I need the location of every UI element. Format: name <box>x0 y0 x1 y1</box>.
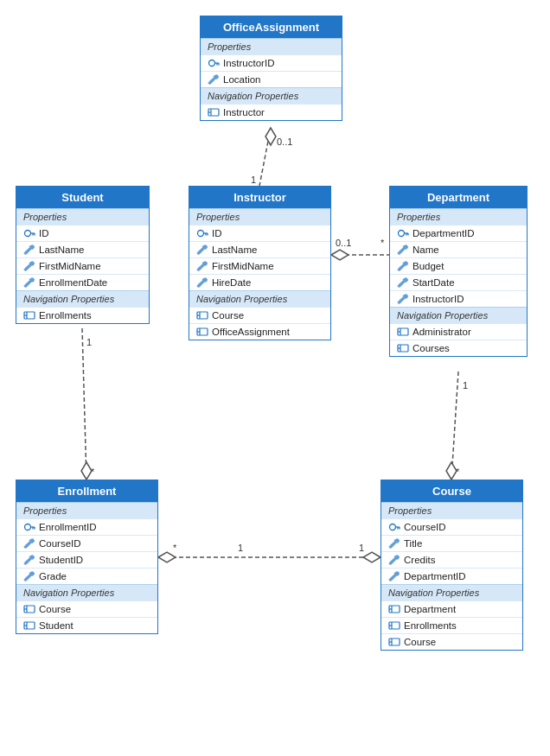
row-text: FirstMidName <box>39 261 101 271</box>
entity-title-instructor: Instructor <box>189 187 330 208</box>
table-row: Course <box>381 633 522 650</box>
table-row: OfficeAssignment <box>189 323 330 340</box>
section-label-student: Navigation Properties <box>16 290 149 307</box>
entity-officeAssignment: OfficeAssignmentProperties InstructorID … <box>200 16 342 121</box>
entity-department: DepartmentProperties DepartmentID Name B… <box>389 186 528 357</box>
section-label-instructor: Navigation Properties <box>189 290 330 307</box>
row-text: Administrator <box>412 327 471 337</box>
svg-text:*: * <box>456 467 460 477</box>
svg-text:1: 1 <box>86 337 92 347</box>
row-text: Instructor <box>223 107 265 118</box>
svg-marker-18 <box>363 552 381 562</box>
row-text: Student <box>39 620 74 631</box>
entity-title-student: Student <box>16 187 149 208</box>
wrench-icon <box>397 276 409 289</box>
nav-icon <box>388 619 400 632</box>
table-row: Administrator <box>390 323 527 340</box>
svg-text:1: 1 <box>359 543 364 553</box>
table-row: Instructor <box>201 104 342 120</box>
row-text: Enrollments <box>39 310 92 321</box>
nav-icon <box>388 636 400 648</box>
entity-instructor: InstructorProperties ID LastName FirstMi… <box>189 186 331 340</box>
key-icon <box>397 227 409 239</box>
table-row: Name <box>390 241 527 257</box>
wrench-icon <box>23 244 35 256</box>
row-text: Department <box>404 604 456 614</box>
table-row: Grade <box>16 568 157 584</box>
svg-point-36 <box>198 231 204 237</box>
table-row: Credits <box>381 551 522 568</box>
row-text: Enrollments <box>404 620 457 631</box>
section-label-course: Properties <box>381 502 522 518</box>
wrench-icon <box>23 276 35 289</box>
section-label-instructor: Properties <box>189 208 330 225</box>
svg-text:0..1: 0..1 <box>277 137 292 147</box>
key-icon <box>23 227 35 239</box>
svg-line-8 <box>82 328 86 480</box>
table-row: FirstMidName <box>189 257 330 274</box>
key-icon <box>388 521 400 533</box>
wrench-icon <box>208 73 220 86</box>
svg-text:1: 1 <box>251 175 256 185</box>
row-text: CourseID <box>404 522 446 532</box>
entity-title-department: Department <box>390 187 527 208</box>
row-text: StartDate <box>412 277 455 288</box>
table-row: Location <box>201 71 342 87</box>
table-row: CourseID <box>16 535 157 551</box>
section-label-enrollment: Properties <box>16 502 157 518</box>
row-text: LastName <box>39 245 84 255</box>
row-text: InstructorID <box>223 58 274 68</box>
section-label-department: Properties <box>390 208 527 225</box>
table-row: EnrollmentID <box>16 518 157 535</box>
svg-text:1: 1 <box>238 543 243 553</box>
nav-icon <box>23 309 35 321</box>
svg-marker-5 <box>331 250 349 260</box>
wrench-icon <box>23 554 35 566</box>
wrench-icon <box>388 570 400 582</box>
entity-title-officeAssignment: OfficeAssignment <box>201 16 342 38</box>
wrench-icon <box>388 554 400 566</box>
table-row: StudentID <box>16 551 157 568</box>
row-text: Name <box>412 245 439 255</box>
entity-course: CourseProperties CourseID Title Credits … <box>381 480 523 651</box>
nav-icon <box>23 619 35 632</box>
row-text: LastName <box>212 245 257 255</box>
table-row: HireDate <box>189 274 330 290</box>
table-row: Enrollments <box>381 617 522 633</box>
entity-title-enrollment: Enrollment <box>16 480 157 502</box>
table-row: Courses <box>390 340 527 356</box>
svg-point-29 <box>25 231 31 237</box>
svg-text:*: * <box>91 467 95 477</box>
table-row: Department <box>381 600 522 617</box>
svg-marker-1 <box>265 128 276 145</box>
svg-line-0 <box>259 128 271 186</box>
table-row: LastName <box>16 241 149 257</box>
wrench-icon <box>23 570 35 582</box>
row-text: Grade <box>39 571 67 581</box>
wrench-icon <box>388 537 400 550</box>
row-text: FirstMidName <box>212 261 274 271</box>
row-text: ID <box>212 228 222 238</box>
section-label-enrollment: Navigation Properties <box>16 584 157 600</box>
row-text: DepartmentID <box>404 571 466 581</box>
table-row: Course <box>189 307 330 323</box>
svg-text:*: * <box>173 543 177 553</box>
row-text: Budget <box>412 261 444 271</box>
row-text: EnrollmentDate <box>39 277 107 288</box>
nav-icon <box>196 326 208 338</box>
table-row: LastName <box>189 241 330 257</box>
diagram-container: 0..1 1 0..1 * 1 * 1 * * 1 1 OfficeAssign… <box>0 0 550 756</box>
svg-point-46 <box>399 231 405 237</box>
table-row: Enrollments <box>16 307 149 323</box>
svg-text:0..1: 0..1 <box>336 238 351 248</box>
row-text: Course <box>39 604 71 614</box>
row-text: Credits <box>404 555 435 565</box>
svg-point-56 <box>25 524 31 530</box>
wrench-icon <box>196 244 208 256</box>
row-text: HireDate <box>212 277 251 288</box>
wrench-icon <box>196 260 208 272</box>
row-text: Location <box>223 74 260 85</box>
key-icon <box>208 57 220 69</box>
nav-icon <box>208 106 220 118</box>
nav-icon <box>397 326 409 338</box>
